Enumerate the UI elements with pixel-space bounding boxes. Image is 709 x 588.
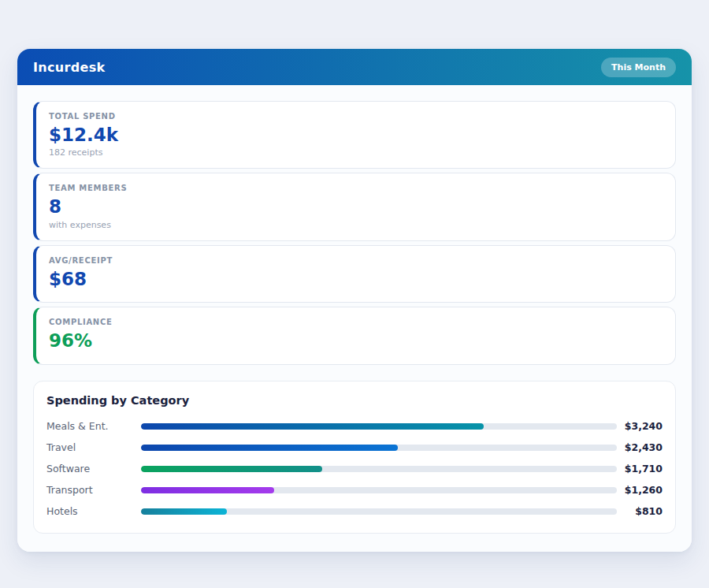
stat-subtext: 182 receipts bbox=[49, 147, 663, 158]
category-value: $2,430 bbox=[617, 442, 663, 453]
category-value: $1,710 bbox=[617, 463, 663, 474]
bar-track bbox=[141, 487, 617, 493]
dashboard-content: TOTAL SPEND $12.4k 182 receipts TEAM MEM… bbox=[17, 85, 692, 552]
chart-row-meals: Meals & Ent. $3,240 bbox=[46, 421, 663, 432]
stat-value: 8 bbox=[49, 196, 663, 217]
category-label: Software bbox=[46, 463, 141, 474]
bar-fill bbox=[141, 487, 274, 493]
stat-card-compliance: COMPLIANCE 96% bbox=[33, 307, 676, 364]
dashboard-card: Incurdesk This Month TOTAL SPEND $12.4k … bbox=[17, 49, 692, 552]
category-value: $810 bbox=[617, 506, 663, 517]
category-label: Meals & Ent. bbox=[46, 421, 141, 432]
category-label: Travel bbox=[46, 442, 141, 453]
stat-card-avg-receipt: AVG/RECEIPT $68 bbox=[33, 245, 676, 303]
bar-fill bbox=[141, 508, 227, 515]
app-title: Incurdesk bbox=[33, 60, 105, 75]
chart-title: Spending by Category bbox=[46, 394, 663, 407]
category-label: Transport bbox=[46, 485, 141, 496]
category-label: Hotels bbox=[46, 506, 141, 517]
bar-fill bbox=[141, 423, 484, 430]
spending-by-category-chart: Spending by Category Meals & Ent. $3,240… bbox=[33, 381, 676, 534]
chart-row-hotels: Hotels $810 bbox=[46, 506, 663, 517]
period-badge[interactable]: This Month bbox=[601, 58, 676, 77]
stat-subtext: with expenses bbox=[49, 220, 663, 230]
bar-track bbox=[141, 445, 617, 451]
chart-row-travel: Travel $2,430 bbox=[46, 442, 663, 453]
chart-row-software: Software $1,710 bbox=[46, 463, 663, 474]
bar-track bbox=[141, 466, 617, 472]
stat-label: COMPLIANCE bbox=[49, 318, 663, 326]
stat-label: TEAM MEMBERS bbox=[49, 184, 663, 192]
stat-value: $12.4k bbox=[49, 125, 663, 145]
stat-label: TOTAL SPEND bbox=[49, 112, 663, 121]
bar-track bbox=[141, 508, 617, 515]
stat-card-team-members: TEAM MEMBERS 8 with expenses bbox=[33, 173, 676, 240]
stat-label: AVG/RECEIPT bbox=[49, 256, 663, 265]
app-header: Incurdesk This Month bbox=[17, 49, 692, 85]
bar-fill bbox=[141, 466, 322, 472]
chart-row-transport: Transport $1,260 bbox=[46, 485, 663, 496]
stat-card-total-spend: TOTAL SPEND $12.4k 182 receipts bbox=[33, 101, 676, 169]
stat-value: $68 bbox=[49, 269, 663, 289]
category-value: $1,260 bbox=[617, 485, 663, 496]
bar-track bbox=[141, 423, 617, 430]
bar-fill bbox=[141, 445, 398, 451]
stat-value: 96% bbox=[49, 330, 663, 351]
category-value: $3,240 bbox=[617, 421, 663, 432]
